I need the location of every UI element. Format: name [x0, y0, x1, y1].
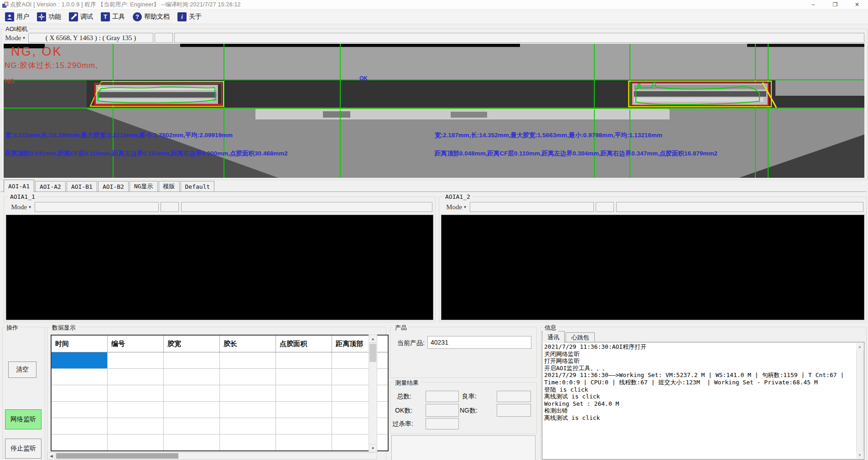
tab-template[interactable]: 模版 [159, 181, 180, 191]
current-product-field[interactable]: 40231 [427, 336, 531, 349]
cell[interactable] [51, 418, 108, 434]
col-glue-length[interactable]: 胶长 [220, 335, 276, 352]
camera-view[interactable]: NG, OK NG:胶体过长:15.290mm, NG OK 宽:2.215mm… [4, 44, 864, 178]
cell[interactable] [276, 385, 332, 402]
cell[interactable] [276, 369, 332, 385]
tab-aoi-a2[interactable]: AOI-A2 [35, 181, 66, 191]
cell[interactable] [164, 402, 220, 418]
panel1-field-small [161, 202, 179, 212]
col-distance-top[interactable]: 距离顶部 [332, 335, 389, 352]
toolbar-user-label: 用户 [16, 13, 29, 21]
camera-mode-dropdown[interactable]: Mode ▾ [4, 33, 26, 43]
scroll-left-arrow[interactable]: ◀ [47, 452, 55, 460]
cell[interactable] [51, 434, 108, 451]
cell[interactable] [108, 352, 164, 369]
tab-default[interactable]: Default [181, 181, 215, 191]
panel2-field-long [616, 202, 863, 212]
cell[interactable] [164, 385, 220, 402]
cell[interactable] [332, 352, 389, 369]
cell[interactable] [332, 434, 389, 451]
cell[interactable] [164, 434, 220, 451]
wrench-icon [69, 12, 78, 21]
clear-button[interactable]: 清空 [8, 362, 36, 378]
cell[interactable] [51, 369, 108, 385]
minimize-button[interactable]: – [802, 0, 824, 9]
scroll-thumb[interactable] [56, 453, 178, 459]
toolbar-help-button[interactable]: ? 帮助文档 [132, 11, 172, 22]
panel2-camera-view[interactable] [441, 215, 864, 320]
cell[interactable] [164, 352, 220, 369]
camera-mode-label: Mode [5, 34, 21, 42]
yield-label: 良率: [462, 393, 477, 401]
cell[interactable] [332, 369, 389, 385]
cell[interactable] [220, 352, 276, 369]
scroll-up-arrow[interactable]: ▲ [369, 335, 377, 343]
toolbar-user-button[interactable]: 用户 [4, 11, 32, 22]
chevron-down-icon: ▾ [23, 36, 25, 40]
cell[interactable] [51, 385, 108, 402]
view-tabstrip: AOI-A1 AOI-A2 AOI-B1 AOI-B2 NG显示 模版 Defa… [4, 181, 214, 192]
cell[interactable] [51, 402, 108, 418]
col-serial[interactable]: 编号 [108, 335, 164, 352]
tab-heartbeat[interactable]: 心跳包 [566, 332, 595, 343]
panel2-group-label: AOIA1_2 [443, 193, 472, 200]
toolbar-function-button[interactable]: 功能 [36, 11, 64, 22]
panel2-mode-dropdown[interactable]: Mode ▾ [444, 202, 468, 212]
cell[interactable] [332, 418, 389, 434]
scroll-down-arrow[interactable]: ▼ [369, 444, 377, 452]
cell[interactable] [108, 402, 164, 418]
cell[interactable] [108, 369, 164, 385]
toolbar-debug-button[interactable]: 调试 [68, 11, 96, 22]
close-button[interactable]: ✕ [846, 0, 868, 9]
col-time[interactable]: 时间 [51, 335, 108, 352]
scroll-up-arrow[interactable]: ▲ [856, 343, 863, 350]
cell[interactable] [220, 434, 276, 451]
cell[interactable] [220, 385, 276, 402]
panel1-camera-view[interactable] [6, 215, 433, 320]
crosshair-vline [340, 44, 341, 178]
panel1-mode-dropdown[interactable]: Mode ▾ [9, 202, 33, 212]
col-glue-area[interactable]: 点胶面积 [276, 335, 332, 352]
cell[interactable] [108, 418, 164, 434]
log-vscrollbar[interactable] [856, 343, 863, 459]
maximize-button[interactable]: ❐ [824, 0, 846, 9]
scroll-thumb[interactable] [369, 344, 376, 362]
total-field [426, 391, 459, 402]
tab-ng-display[interactable]: NG显示 [130, 181, 158, 191]
stop-listen-button[interactable]: 停止监听 [5, 439, 42, 459]
cell[interactable] [220, 402, 276, 418]
toolbar-about-button[interactable]: i 关于 [177, 11, 204, 22]
cell[interactable] [276, 352, 332, 369]
cell[interactable] [164, 418, 220, 434]
camera-group-label: AOI相机 [4, 25, 29, 33]
cell[interactable] [108, 385, 164, 402]
selected-cell[interactable] [51, 352, 108, 369]
cell[interactable] [220, 418, 276, 434]
cell[interactable] [108, 434, 164, 451]
tab-comm[interactable]: 通讯 [542, 331, 565, 343]
tools-t-icon: T [101, 12, 110, 21]
note-box [391, 435, 535, 460]
cell[interactable] [220, 369, 276, 385]
table-row [51, 385, 388, 402]
cell[interactable] [276, 434, 332, 451]
comm-log[interactable]: 2021/7/29 11:36:30:AOI程序打开 关闭网络监听 打开网络监听… [542, 342, 864, 460]
operation-group-label: 操作 [5, 324, 20, 332]
left-glue-inspection-overlay [86, 80, 228, 109]
col-glue-width[interactable]: 胶宽 [164, 335, 220, 352]
table-row [51, 418, 388, 434]
tab-aoi-b1[interactable]: AOI-B1 [67, 181, 97, 191]
toolbar-about-label: 关于 [189, 13, 202, 21]
cell[interactable] [332, 402, 389, 418]
cell[interactable] [164, 369, 220, 385]
data-table[interactable]: 时间 编号 胶宽 胶长 点胶面积 距离顶部 [51, 335, 389, 451]
network-listen-button[interactable]: 网络监听 [5, 409, 42, 429]
tab-aoi-a1[interactable]: AOI-A1 [4, 180, 34, 192]
tab-aoi-b2[interactable]: AOI-B2 [98, 181, 129, 191]
cell[interactable] [276, 402, 332, 418]
camera-field-long [174, 33, 864, 43]
cell[interactable] [332, 385, 389, 402]
cell[interactable] [276, 418, 332, 434]
toolbar-tools-button[interactable]: T 工具 [100, 11, 128, 22]
scroll-down-arrow[interactable]: ▼ [856, 451, 863, 459]
